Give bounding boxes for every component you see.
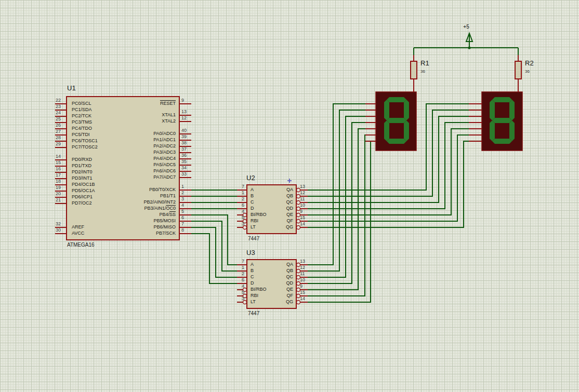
pin-label-text: QC xyxy=(286,199,294,205)
pin-label: QE xyxy=(262,212,293,218)
pin-label: B xyxy=(251,194,254,199)
pin-number: 30 xyxy=(56,228,66,233)
pin-label-text: RBI xyxy=(251,293,258,298)
pin-label: PB5/MOSI xyxy=(94,219,176,224)
pin-label-text: XTAL1 xyxy=(162,112,176,117)
pin-label: PC2/TCK xyxy=(72,114,91,119)
pin-number: 6 xyxy=(181,215,191,221)
pin-number: 13 xyxy=(300,259,309,264)
pin-label: AVCC xyxy=(72,231,84,236)
pin-label-text: PA4/ADC4 xyxy=(153,156,176,161)
pin-label: PB7/SCK xyxy=(94,231,176,236)
display1-segment-e xyxy=(384,120,389,141)
pin-label: PA1/ADC1 xyxy=(94,138,176,143)
pin-label-text: QA xyxy=(286,262,293,267)
pin-label: PC0/SCL xyxy=(72,101,91,106)
pin-label-text: QB xyxy=(286,268,293,273)
pin-number: 13 xyxy=(181,110,191,115)
pin-number: 6 xyxy=(235,278,244,283)
pin-label-text: XTAL2 xyxy=(162,118,176,124)
pin-label: PD3/INT1 xyxy=(72,176,93,181)
pin-label-text: PC3/TMS xyxy=(72,119,92,125)
pin-number: 35 xyxy=(181,159,191,165)
pin-label-overline-text: OC0 xyxy=(166,206,176,211)
pin-label-text: RBI xyxy=(251,218,258,223)
display2-segment-d xyxy=(492,139,512,144)
pin-label: PD0/RXD xyxy=(72,157,92,163)
pin-label: A xyxy=(251,187,254,193)
pin-label-text: PB3/AIN1/ xyxy=(144,206,166,211)
pin-label: PB6/MISO xyxy=(94,225,176,230)
u2-reference-label: U2 xyxy=(246,174,255,182)
pin-number: 4 xyxy=(235,209,244,214)
pin-label-text: PD6/ICP1 xyxy=(72,194,93,199)
pin-label: QB xyxy=(262,194,293,199)
pin-label: QG xyxy=(262,225,293,230)
wire[interactable] xyxy=(191,234,237,283)
display1-segment-d xyxy=(387,139,406,144)
pin-number: 5 xyxy=(181,209,191,214)
pin-number: 32 xyxy=(56,222,66,227)
pin-label: RESET xyxy=(94,101,176,106)
pin-number: 14 xyxy=(300,222,309,227)
pin-number: 39 xyxy=(181,134,191,140)
pin-label-text: QE xyxy=(286,212,293,217)
pin-number: 4 xyxy=(235,284,244,289)
pin-label: PA6/ADC6 xyxy=(94,169,176,174)
pin-label: PC3/TMS xyxy=(72,120,92,125)
wire[interactable] xyxy=(191,215,237,265)
pin-label-text: QG xyxy=(286,224,293,229)
pin-label-text: QD xyxy=(286,206,294,211)
pin-label-text: PC1/SDA xyxy=(72,107,92,112)
pin-label-text: QD xyxy=(286,280,294,286)
pin-number: 7 xyxy=(235,184,244,190)
pin-label-text: PB2/AIN0/INT2 xyxy=(143,199,176,205)
pin-label-text: PB4/ xyxy=(159,212,169,217)
pin-label: QA xyxy=(262,187,293,193)
wire[interactable] xyxy=(308,104,365,265)
pin-number: 19 xyxy=(56,185,66,191)
pin-label-text: PD5/OC1A xyxy=(72,188,95,193)
r1-resistor-body[interactable] xyxy=(411,61,417,79)
u2-part-label: 7447 xyxy=(248,236,259,241)
pin-label: QF xyxy=(262,219,293,224)
display1-segment-c xyxy=(404,120,409,141)
pin-number: 2 xyxy=(235,272,244,277)
pin-label-text: AREF xyxy=(72,224,84,229)
pin-label-text: PC5/TDI xyxy=(72,132,90,137)
pin-label-text: PD1/TXD xyxy=(72,163,91,168)
pin-label: PD1/TXD xyxy=(72,164,91,169)
pin-label-text: PC0/SCL xyxy=(72,101,91,106)
r2-resistor-body[interactable] xyxy=(515,61,521,79)
schematic-canvas: 22PC0/SCL23PC1/SDA24PC2/TCK25PC3/TMS26PC… xyxy=(0,0,579,392)
pin-number: 9 xyxy=(300,284,309,289)
pin-label-text: QA xyxy=(286,187,293,192)
pin-label: PD7/OC2 xyxy=(72,201,92,206)
display2-segment-b xyxy=(509,100,515,120)
pin-number: 3 xyxy=(235,222,244,227)
pin-label-text: B xyxy=(251,193,254,198)
pin-label: QC xyxy=(262,275,293,280)
pin-label-text: AVCC xyxy=(72,231,84,236)
pin-label-text: PD7/OC2 xyxy=(72,200,92,206)
display2-segment-e xyxy=(490,120,495,141)
pin-number: 9 xyxy=(181,98,191,103)
pin-number: 1 xyxy=(235,191,244,196)
pin-label: PA0/ADC0 xyxy=(94,131,176,137)
pin-number: 7 xyxy=(235,259,244,264)
pin-label-text: PC4/TDO xyxy=(72,126,92,131)
pin-label-text: PA0/ADC0 xyxy=(153,131,176,136)
pin-label-text: C xyxy=(251,274,254,279)
pin-label: PC1/SDA xyxy=(72,107,92,113)
pin-label-text: D xyxy=(251,280,254,286)
pin-number: 17 xyxy=(56,173,66,178)
pin-label-text: QB xyxy=(286,193,293,198)
pin-label: RBI xyxy=(251,293,258,299)
pin-label-text: LT xyxy=(251,299,256,304)
wire[interactable] xyxy=(191,227,237,277)
pin-label: XTAL2 xyxy=(94,119,176,124)
pin-label: QC xyxy=(262,200,293,205)
pin-label: C xyxy=(251,275,254,280)
pin-label: PB2/AIN0/INT2 xyxy=(94,200,176,205)
wire[interactable] xyxy=(191,221,237,271)
